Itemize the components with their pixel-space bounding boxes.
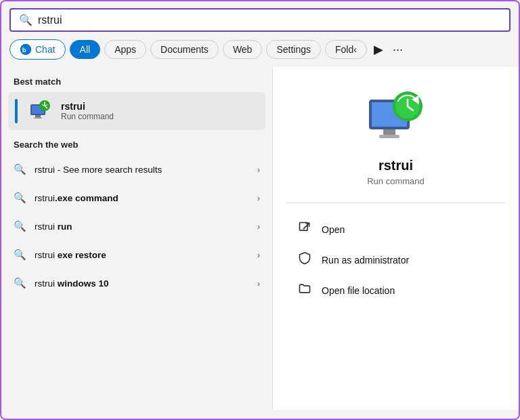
run-as-admin-label: Run as administrator bbox=[322, 255, 409, 266]
external-link-icon bbox=[297, 221, 312, 238]
main-content: Best match rstru bbox=[1, 67, 519, 410]
search-icon: 🔍 bbox=[14, 163, 26, 175]
web-item-text: rstrui windows 10 bbox=[35, 278, 109, 289]
search-input[interactable] bbox=[38, 14, 501, 26]
svg-rect-9 bbox=[383, 129, 395, 135]
app-icon-large bbox=[366, 87, 427, 148]
open-label: Open bbox=[322, 224, 345, 235]
search-icon: 🔍 bbox=[19, 14, 32, 26]
tab-folders[interactable]: Fold‹ bbox=[325, 40, 367, 59]
search-icon: 🔍 bbox=[14, 249, 26, 261]
tab-all[interactable]: All bbox=[70, 40, 101, 59]
bing-icon: b bbox=[20, 43, 32, 56]
tab-settings[interactable]: Settings bbox=[266, 40, 321, 59]
tab-settings-label: Settings bbox=[276, 44, 311, 55]
app-name: rstrui bbox=[378, 158, 413, 173]
best-match-subtitle: Run command bbox=[61, 112, 114, 121]
list-item[interactable]: 🔍 rstrui.exe command › bbox=[1, 184, 272, 212]
open-action[interactable]: Open bbox=[286, 214, 505, 245]
shield-icon bbox=[297, 251, 312, 268]
file-location-label: Open file location bbox=[322, 285, 395, 296]
search-bar: 🔍 bbox=[9, 8, 511, 32]
overflow-menu-button[interactable]: ··· bbox=[390, 39, 406, 60]
divider bbox=[286, 203, 505, 203]
best-match-title: rstrui bbox=[61, 101, 114, 112]
rstrui-icon bbox=[28, 99, 53, 123]
list-item[interactable]: 🔍 rstrui windows 10 › bbox=[1, 269, 272, 297]
app-type: Run command bbox=[367, 176, 425, 186]
folder-icon bbox=[297, 282, 312, 299]
web-item-text: rstrui - See more search results bbox=[35, 165, 162, 175]
tab-web-label: Web bbox=[233, 44, 253, 55]
left-panel: Best match rstru bbox=[1, 67, 272, 410]
tab-folders-label: Fold‹ bbox=[335, 44, 357, 55]
web-item-text: rstrui run bbox=[35, 222, 72, 232]
web-item-text: rstrui.exe command bbox=[35, 193, 118, 203]
chevron-right-icon: › bbox=[257, 278, 260, 289]
chevron-right-icon: › bbox=[257, 165, 260, 175]
web-item-text: rstrui exe restore bbox=[35, 250, 106, 260]
tab-apps[interactable]: Apps bbox=[104, 40, 146, 59]
play-icon: ▶ bbox=[374, 42, 383, 57]
list-item[interactable]: 🔍 rstrui - See more search results › bbox=[1, 155, 272, 184]
search-icon: 🔍 bbox=[14, 192, 26, 204]
best-match-text: rstrui Run command bbox=[61, 101, 114, 121]
list-item[interactable]: 🔍 rstrui run › bbox=[1, 212, 272, 240]
svg-rect-10 bbox=[379, 135, 399, 138]
run-as-admin-action[interactable]: Run as administrator bbox=[286, 245, 505, 275]
filter-tabs: b Chat All Apps Documents Web Settings F… bbox=[1, 32, 519, 67]
ellipsis-icon: ··· bbox=[393, 43, 403, 57]
search-icon: 🔍 bbox=[14, 220, 26, 232]
tab-chat[interactable]: b Chat bbox=[9, 39, 66, 60]
right-panel: rstrui Run command Open bbox=[272, 67, 519, 410]
chevron-right-icon: › bbox=[257, 250, 260, 260]
action-list: Open Run as administrator Open fil bbox=[286, 214, 505, 306]
best-match-item[interactable]: rstrui Run command bbox=[8, 92, 265, 130]
chevron-right-icon: › bbox=[257, 193, 260, 203]
chevron-right-icon: › bbox=[257, 222, 260, 232]
svg-rect-5 bbox=[34, 117, 42, 119]
more-tabs-button[interactable]: ▶ bbox=[371, 39, 386, 60]
tab-web[interactable]: Web bbox=[223, 40, 263, 59]
tab-documents[interactable]: Documents bbox=[150, 40, 219, 59]
svg-text:b: b bbox=[22, 46, 26, 54]
tab-chat-label: Chat bbox=[35, 44, 56, 55]
tab-all-label: All bbox=[80, 44, 91, 55]
svg-rect-4 bbox=[35, 115, 41, 117]
tab-apps-label: Apps bbox=[114, 44, 136, 55]
best-match-section-label: Best match bbox=[1, 74, 272, 92]
file-location-action[interactable]: Open file location bbox=[286, 275, 505, 306]
web-search-label: Search the web bbox=[1, 130, 272, 155]
accent-bar bbox=[15, 99, 18, 123]
search-icon: 🔍 bbox=[14, 277, 26, 289]
list-item[interactable]: 🔍 rstrui exe restore › bbox=[1, 240, 272, 269]
tab-documents-label: Documents bbox=[160, 44, 209, 55]
